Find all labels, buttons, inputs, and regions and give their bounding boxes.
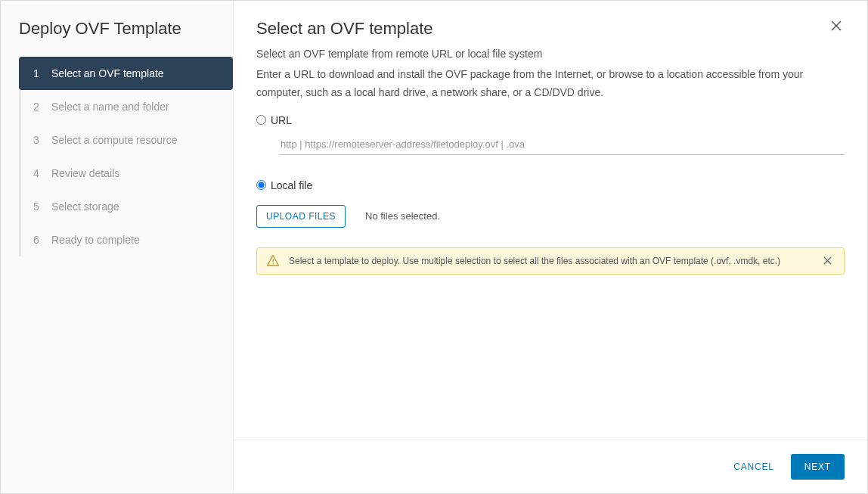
upload-files-button[interactable]: UPLOAD FILES (256, 205, 346, 228)
step-select-compute-resource: 3 Select a compute resource (21, 123, 233, 157)
notice-close-button[interactable] (820, 255, 835, 267)
description: Enter a URL to download and install the … (256, 66, 845, 102)
local-file-label: Local file (271, 179, 312, 191)
step-label: Ready to complete (51, 234, 140, 246)
step-number: 6 (33, 234, 42, 246)
wizard-sidebar: Deploy OVF Template 1 Select an OVF temp… (1, 1, 234, 493)
url-radio-row[interactable]: URL (256, 114, 845, 126)
upload-row: UPLOAD FILES No files selected. (256, 205, 845, 228)
wizard-footer: CANCEL NEXT (234, 440, 867, 493)
svg-point-3 (272, 263, 274, 265)
local-file-radio[interactable] (256, 180, 266, 190)
wizard-title: Deploy OVF Template (1, 19, 233, 57)
step-number: 5 (33, 200, 42, 213)
step-label: Select a name and folder (51, 101, 169, 113)
warning-icon (266, 254, 280, 268)
step-review-details: 4 Review details (21, 157, 233, 190)
local-file-radio-row[interactable]: Local file (256, 179, 845, 191)
close-icon (823, 255, 832, 267)
wizard-steps: 1 Select an OVF template 2 Select a name… (19, 57, 233, 256)
close-icon (831, 19, 842, 34)
main-content: Select an OVF template from remote URL o… (234, 42, 867, 440)
next-button[interactable]: NEXT (791, 454, 845, 480)
step-number: 2 (33, 101, 42, 113)
close-button[interactable] (828, 19, 845, 35)
deploy-ovf-wizard: Deploy OVF Template 1 Select an OVF temp… (0, 0, 868, 494)
step-select-ovf-template[interactable]: 1 Select an OVF template (19, 57, 233, 90)
step-select-name-folder: 2 Select a name and folder (21, 90, 233, 123)
step-label: Select a compute resource (51, 134, 178, 146)
no-files-text: No files selected. (365, 210, 440, 222)
step-label: Select storage (51, 200, 119, 213)
step-number: 1 (33, 67, 42, 79)
url-input[interactable] (279, 134, 845, 155)
url-radio[interactable] (256, 115, 266, 125)
main-header: Select an OVF template (234, 1, 867, 42)
subtitle: Select an OVF template from remote URL o… (256, 48, 845, 60)
step-number: 4 (33, 167, 42, 179)
step-label: Select an OVF template (51, 67, 164, 79)
step-select-storage: 5 Select storage (21, 190, 233, 223)
warning-notice: Select a template to deploy. Use multipl… (256, 247, 845, 275)
page-title: Select an OVF template (256, 19, 433, 39)
url-label: URL (271, 114, 292, 126)
step-number: 3 (33, 134, 42, 146)
step-label: Review details (51, 167, 119, 179)
wizard-main: Select an OVF template Select an OVF tem… (234, 1, 867, 493)
cancel-button[interactable]: CANCEL (730, 455, 777, 478)
notice-text: Select a template to deploy. Use multipl… (289, 256, 811, 266)
step-ready-to-complete: 6 Ready to complete (21, 223, 233, 256)
